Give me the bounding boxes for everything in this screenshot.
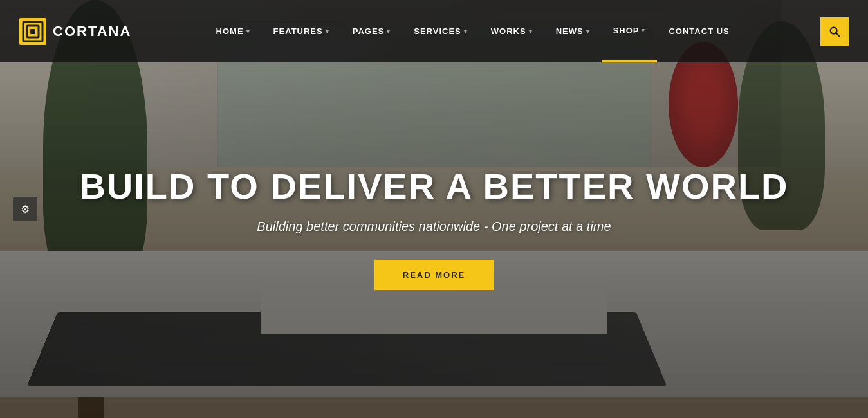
nav-link-features[interactable]: FEATURES ▾: [262, 0, 341, 62]
search-icon: [829, 26, 840, 37]
nav-link-contact[interactable]: CONTACT US: [657, 0, 741, 62]
chevron-down-icon: ▾: [387, 28, 391, 35]
chevron-down-icon: ▾: [326, 28, 329, 35]
logo-icon: [19, 18, 46, 45]
chevron-down-icon: ▾: [529, 28, 533, 35]
svg-rect-3: [30, 29, 35, 34]
hero-title: BUILD TO DELIVER A BETTER WORLD: [79, 167, 788, 206]
nav-link-works[interactable]: WORKS ▾: [479, 0, 544, 62]
hero-subtitle: Building better communities nationwide -…: [257, 219, 611, 234]
nav-item-works[interactable]: WORKS ▾: [479, 0, 544, 62]
nav-link-services[interactable]: SERVICES ▾: [402, 0, 479, 62]
chevron-down-icon: ▾: [586, 28, 590, 35]
svg-line-5: [836, 33, 839, 36]
nav-item-services[interactable]: SERVICES ▾: [402, 0, 479, 62]
chevron-down-icon: ▾: [642, 27, 645, 33]
nav-link-shop[interactable]: SHOP ▾: [602, 0, 658, 62]
chevron-down-icon: ▾: [246, 28, 250, 35]
nav-item-pages[interactable]: PAGES ▾: [341, 0, 403, 62]
nav-item-home[interactable]: HOME ▾: [205, 0, 262, 62]
chevron-down-icon: ▾: [464, 28, 468, 35]
nav-link-home[interactable]: HOME ▾: [205, 0, 262, 62]
nav-link-news[interactable]: NEWS ▾: [544, 0, 602, 62]
nav-item-shop[interactable]: SHOP ▾: [602, 0, 658, 62]
nav-item-contact[interactable]: CONTACT US: [657, 0, 741, 62]
navbar: CORTANA HOME ▾ FEATURES ▾ PAGES ▾: [0, 0, 868, 62]
search-button[interactable]: [820, 17, 849, 46]
hero-cta-button[interactable]: READ MORE: [374, 260, 494, 290]
hero-content: BUILD TO DELIVER A BETTER WORLD Building…: [0, 0, 868, 418]
nav-item-news[interactable]: NEWS ▾: [544, 0, 602, 62]
gear-icon: ⚙: [21, 203, 30, 215]
hero-section: CORTANA HOME ▾ FEATURES ▾ PAGES ▾: [0, 0, 868, 418]
logo-link[interactable]: CORTANA: [19, 18, 131, 45]
settings-button[interactable]: ⚙: [13, 197, 37, 221]
nav-item-features[interactable]: FEATURES ▾: [262, 0, 341, 62]
brand-name: CORTANA: [53, 23, 131, 40]
nav-links: HOME ▾ FEATURES ▾ PAGES ▾ SERVICES: [205, 0, 741, 62]
nav-link-pages[interactable]: PAGES ▾: [341, 0, 403, 62]
